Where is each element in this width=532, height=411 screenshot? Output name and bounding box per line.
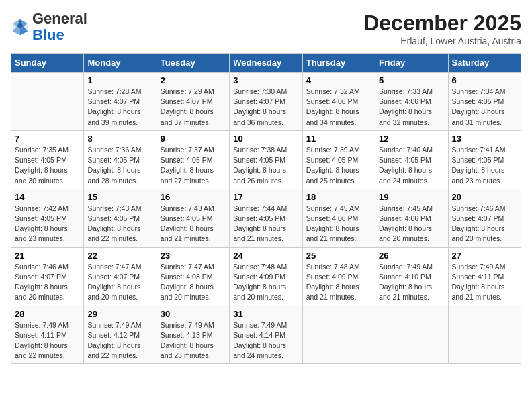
day-number: 13 xyxy=(452,134,517,144)
day-info: Sunrise: 7:40 AM Sunset: 4:05 PM Dayligh… xyxy=(379,145,444,186)
day-info: Sunrise: 7:41 AM Sunset: 4:05 PM Dayligh… xyxy=(452,145,517,186)
calendar-cell: 24Sunrise: 7:48 AM Sunset: 4:09 PM Dayli… xyxy=(230,247,302,306)
day-number: 3 xyxy=(233,75,298,85)
day-info: Sunrise: 7:49 AM Sunset: 4:11 PM Dayligh… xyxy=(452,262,517,303)
calendar-table: SundayMondayTuesdayWednesdayThursdayFrid… xyxy=(11,53,521,364)
calendar-cell: 25Sunrise: 7:48 AM Sunset: 4:09 PM Dayli… xyxy=(302,247,375,306)
calendar-cell: 6Sunrise: 7:34 AM Sunset: 4:05 PM Daylig… xyxy=(448,73,521,131)
day-header-friday: Friday xyxy=(375,54,448,73)
day-info: Sunrise: 7:48 AM Sunset: 4:09 PM Dayligh… xyxy=(233,262,298,303)
day-info: Sunrise: 7:28 AM Sunset: 4:07 PM Dayligh… xyxy=(87,87,152,128)
calendar-cell: 7Sunrise: 7:35 AM Sunset: 4:05 PM Daylig… xyxy=(11,130,84,189)
calendar-cell: 23Sunrise: 7:47 AM Sunset: 4:08 PM Dayli… xyxy=(157,247,229,306)
day-number: 17 xyxy=(233,192,298,202)
day-number: 8 xyxy=(87,134,152,144)
day-info: Sunrise: 7:35 AM Sunset: 4:05 PM Dayligh… xyxy=(15,145,80,186)
day-number: 16 xyxy=(161,192,226,202)
day-info: Sunrise: 7:29 AM Sunset: 4:07 PM Dayligh… xyxy=(161,87,226,128)
day-number: 15 xyxy=(87,192,152,202)
calendar-cell: 5Sunrise: 7:33 AM Sunset: 4:06 PM Daylig… xyxy=(375,73,448,131)
calendar-cell: 2Sunrise: 7:29 AM Sunset: 4:07 PM Daylig… xyxy=(157,73,229,131)
day-number: 29 xyxy=(87,309,152,319)
day-info: Sunrise: 7:46 AM Sunset: 4:07 PM Dayligh… xyxy=(15,262,80,303)
calendar-cell: 22Sunrise: 7:47 AM Sunset: 4:07 PM Dayli… xyxy=(84,247,157,306)
calendar-cell: 20Sunrise: 7:46 AM Sunset: 4:07 PM Dayli… xyxy=(448,189,521,247)
day-number: 11 xyxy=(306,134,371,144)
day-info: Sunrise: 7:39 AM Sunset: 4:05 PM Dayligh… xyxy=(306,145,371,186)
calendar-cell: 30Sunrise: 7:49 AM Sunset: 4:13 PM Dayli… xyxy=(157,306,229,364)
days-header-row: SundayMondayTuesdayWednesdayThursdayFrid… xyxy=(11,54,521,73)
day-header-monday: Monday xyxy=(84,54,157,73)
calendar-cell: 19Sunrise: 7:45 AM Sunset: 4:06 PM Dayli… xyxy=(375,189,448,247)
day-info: Sunrise: 7:42 AM Sunset: 4:05 PM Dayligh… xyxy=(15,203,80,244)
calendar-cell: 10Sunrise: 7:38 AM Sunset: 4:05 PM Dayli… xyxy=(230,130,302,189)
day-number: 5 xyxy=(379,75,444,85)
day-number: 30 xyxy=(161,309,226,319)
day-number: 20 xyxy=(452,192,517,202)
day-number: 22 xyxy=(87,250,152,261)
day-info: Sunrise: 7:47 AM Sunset: 4:07 PM Dayligh… xyxy=(87,262,152,303)
day-info: Sunrise: 7:36 AM Sunset: 4:05 PM Dayligh… xyxy=(87,145,152,186)
calendar-cell xyxy=(11,73,84,131)
calendar-cell: 17Sunrise: 7:44 AM Sunset: 4:05 PM Dayli… xyxy=(230,189,302,247)
day-info: Sunrise: 7:43 AM Sunset: 4:05 PM Dayligh… xyxy=(87,203,152,244)
day-info: Sunrise: 7:33 AM Sunset: 4:06 PM Dayligh… xyxy=(379,87,444,128)
day-info: Sunrise: 7:30 AM Sunset: 4:07 PM Dayligh… xyxy=(233,87,298,128)
day-info: Sunrise: 7:49 AM Sunset: 4:12 PM Dayligh… xyxy=(87,320,152,361)
calendar-cell: 28Sunrise: 7:49 AM Sunset: 4:11 PM Dayli… xyxy=(11,306,84,364)
day-info: Sunrise: 7:32 AM Sunset: 4:06 PM Dayligh… xyxy=(306,87,371,128)
day-number: 23 xyxy=(161,250,226,261)
day-header-sunday: Sunday xyxy=(11,54,84,73)
calendar-cell: 4Sunrise: 7:32 AM Sunset: 4:06 PM Daylig… xyxy=(302,73,375,131)
calendar-cell: 15Sunrise: 7:43 AM Sunset: 4:05 PM Dayli… xyxy=(84,189,157,247)
day-info: Sunrise: 7:49 AM Sunset: 4:11 PM Dayligh… xyxy=(15,320,80,361)
week-row-4: 21Sunrise: 7:46 AM Sunset: 4:07 PM Dayli… xyxy=(11,247,521,306)
calendar-cell: 14Sunrise: 7:42 AM Sunset: 4:05 PM Dayli… xyxy=(11,189,84,247)
day-number: 25 xyxy=(306,250,371,261)
calendar-cell: 9Sunrise: 7:37 AM Sunset: 4:05 PM Daylig… xyxy=(157,130,229,189)
day-info: Sunrise: 7:49 AM Sunset: 4:10 PM Dayligh… xyxy=(379,262,444,303)
day-number: 1 xyxy=(87,75,152,85)
logo-text: General Blue xyxy=(32,11,87,43)
calendar-cell: 13Sunrise: 7:41 AM Sunset: 4:05 PM Dayli… xyxy=(448,130,521,189)
day-number: 4 xyxy=(306,75,371,85)
calendar-cell: 12Sunrise: 7:40 AM Sunset: 4:05 PM Dayli… xyxy=(375,130,448,189)
day-info: Sunrise: 7:37 AM Sunset: 4:05 PM Dayligh… xyxy=(161,145,226,186)
day-number: 9 xyxy=(161,134,226,144)
day-info: Sunrise: 7:44 AM Sunset: 4:05 PM Dayligh… xyxy=(233,203,298,244)
calendar-cell xyxy=(448,306,521,364)
calendar-cell xyxy=(302,306,375,364)
week-row-3: 14Sunrise: 7:42 AM Sunset: 4:05 PM Dayli… xyxy=(11,189,521,247)
calendar-cell: 21Sunrise: 7:46 AM Sunset: 4:07 PM Dayli… xyxy=(11,247,84,306)
calendar-cell xyxy=(375,306,448,364)
day-info: Sunrise: 7:45 AM Sunset: 4:06 PM Dayligh… xyxy=(306,203,371,244)
logo: General Blue xyxy=(11,11,87,43)
day-number: 24 xyxy=(233,250,298,261)
logo-general: General xyxy=(32,10,87,27)
day-number: 7 xyxy=(15,134,80,144)
calendar-cell: 16Sunrise: 7:43 AM Sunset: 4:05 PM Dayli… xyxy=(157,189,229,247)
day-header-thursday: Thursday xyxy=(302,54,375,73)
day-info: Sunrise: 7:45 AM Sunset: 4:06 PM Dayligh… xyxy=(379,203,444,244)
day-number: 12 xyxy=(379,134,444,144)
day-info: Sunrise: 7:38 AM Sunset: 4:05 PM Dayligh… xyxy=(233,145,298,186)
calendar-cell: 3Sunrise: 7:30 AM Sunset: 4:07 PM Daylig… xyxy=(230,73,302,131)
calendar-cell: 11Sunrise: 7:39 AM Sunset: 4:05 PM Dayli… xyxy=(302,130,375,189)
day-info: Sunrise: 7:49 AM Sunset: 4:13 PM Dayligh… xyxy=(161,320,226,361)
day-info: Sunrise: 7:47 AM Sunset: 4:08 PM Dayligh… xyxy=(161,262,226,303)
day-number: 10 xyxy=(233,134,298,144)
day-number: 31 xyxy=(233,309,298,319)
page-header: General Blue December 2025 Erlauf, Lower… xyxy=(11,11,521,46)
day-number: 21 xyxy=(15,250,80,261)
week-row-2: 7Sunrise: 7:35 AM Sunset: 4:05 PM Daylig… xyxy=(11,130,521,189)
calendar-cell: 31Sunrise: 7:49 AM Sunset: 4:14 PM Dayli… xyxy=(230,306,302,364)
logo-icon xyxy=(11,17,30,36)
calendar-cell: 1Sunrise: 7:28 AM Sunset: 4:07 PM Daylig… xyxy=(84,73,157,131)
day-number: 14 xyxy=(15,192,80,202)
day-info: Sunrise: 7:34 AM Sunset: 4:05 PM Dayligh… xyxy=(452,87,517,128)
calendar-cell: 18Sunrise: 7:45 AM Sunset: 4:06 PM Dayli… xyxy=(302,189,375,247)
calendar-cell: 8Sunrise: 7:36 AM Sunset: 4:05 PM Daylig… xyxy=(84,130,157,189)
day-number: 28 xyxy=(15,309,80,319)
week-row-5: 28Sunrise: 7:49 AM Sunset: 4:11 PM Dayli… xyxy=(11,306,521,364)
day-info: Sunrise: 7:49 AM Sunset: 4:14 PM Dayligh… xyxy=(233,320,298,361)
